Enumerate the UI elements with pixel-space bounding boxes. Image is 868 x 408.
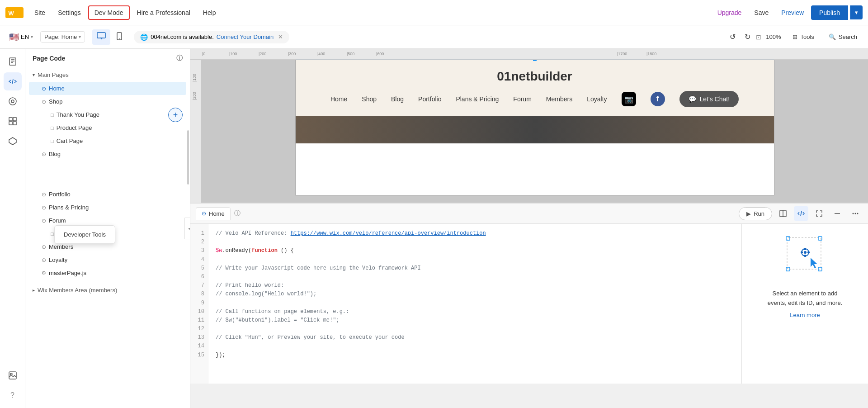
members-page-icon: ⊙ xyxy=(42,244,46,250)
portfolio-page-label: Portfolio xyxy=(49,191,71,198)
page-selector[interactable]: Page: Home ▾ xyxy=(40,31,85,43)
nav-forum: Forum xyxy=(513,95,531,103)
add-page-button[interactable]: + xyxy=(168,108,183,122)
redo-icon[interactable]: ↻ xyxy=(741,31,754,43)
publish-dropdown-button[interactable]: ▾ xyxy=(850,5,863,19)
media-sidebar-button[interactable] xyxy=(4,366,22,384)
developer-tools-popup: Developer Tools xyxy=(54,225,115,244)
main-pages-label: Main Pages xyxy=(38,71,69,78)
run-button[interactable]: ▶ Run xyxy=(739,207,772,220)
code-editor-panel: ⊙ Home ⓘ ▶ Run xyxy=(190,203,868,384)
sidebar-item-thank-you-page[interactable]: □ Thank You Page xyxy=(29,108,186,121)
flag-icon: 🇺🇸 xyxy=(9,32,19,42)
sidebar-item-blog[interactable]: ⊙ Blog xyxy=(29,147,186,161)
sidebar-info-icon[interactable]: ⓘ xyxy=(176,54,183,62)
page-chevron-icon: ▾ xyxy=(79,34,81,39)
code-editor-content[interactable]: // Velo API Reference: https://www.wix.c… xyxy=(208,224,741,384)
svg-rect-43 xyxy=(801,251,803,253)
svg-text:|400: |400 xyxy=(317,52,325,56)
main-canvas-scroll[interactable]: 01netbuilder Home Shop Blog Portfolio Pl… xyxy=(201,60,868,203)
tab-info-icon[interactable]: ⓘ xyxy=(234,209,241,218)
panel-code-view-icon[interactable] xyxy=(794,206,808,221)
wix-apps-sidebar-button[interactable] xyxy=(4,132,22,150)
sidebar-item-plans-pricing[interactable]: ⊙ Plans & Pricing xyxy=(29,201,186,214)
nav-members: Members xyxy=(546,95,572,103)
zoom-level[interactable]: 100% xyxy=(763,33,783,40)
wix-members-section[interactable]: ▸ Wix Members Area (members) xyxy=(25,283,190,297)
learn-more-link[interactable]: Learn more xyxy=(790,312,820,318)
sidebar-item-home[interactable]: ⊙ Home xyxy=(29,82,186,95)
sidebar-item-master-page[interactable]: ⚙ masterPage.js xyxy=(29,266,186,280)
svg-rect-16 xyxy=(9,122,12,125)
pages-sidebar-button[interactable] xyxy=(4,52,22,71)
domain-banner-close-icon[interactable]: ✕ xyxy=(278,33,283,40)
nav-home: Home xyxy=(330,95,347,103)
horizontal-ruler: |0 |100 |200 |300 |400 |500 |600 |1700 |… xyxy=(190,49,868,60)
product-page-label: Product Page xyxy=(57,124,92,131)
left-icon-bar: ? xyxy=(0,49,25,408)
plans-pricing-page-icon: ⊙ xyxy=(42,204,46,211)
mobile-device-button[interactable] xyxy=(112,29,127,45)
code-editor-area: 12345 678910 1112131415 // Velo API Refe… xyxy=(190,224,868,384)
language-selector[interactable]: 🇺🇸 EN ▾ xyxy=(5,30,37,44)
sidebar-item-portfolio[interactable]: ⊙ Portfolio xyxy=(29,188,186,201)
panel-minimize-icon[interactable] xyxy=(830,206,844,221)
tools-icon: ⊞ xyxy=(793,33,797,40)
sidebar-item-product-page[interactable]: □ Product Page xyxy=(29,121,186,134)
svg-rect-7 xyxy=(9,58,16,65)
preview-button[interactable]: Preview xyxy=(776,6,809,19)
svg-rect-41 xyxy=(804,248,806,250)
sidebar-collapse-button[interactable]: ◀ xyxy=(184,218,190,239)
hire-prof-nav-item[interactable]: Hire a Professional xyxy=(132,6,196,19)
svg-rect-47 xyxy=(818,237,822,240)
portfolio-page-icon: ⊙ xyxy=(42,191,46,198)
save-button[interactable]: Save xyxy=(749,6,774,19)
zoom-frame-icon: ⊡ xyxy=(756,33,761,41)
sidebar-item-loyalty[interactable]: ⊙ Loyalty xyxy=(29,253,186,266)
zoom-control[interactable]: ↺ ↻ ⊡ 100% xyxy=(726,31,783,43)
svg-rect-15 xyxy=(13,118,16,121)
panel-expand-icon[interactable] xyxy=(812,206,826,221)
components-sidebar-button[interactable] xyxy=(4,92,22,110)
publish-button[interactable]: Publish xyxy=(811,5,848,20)
main-layout: ? Page Code ⓘ ▾ Main Pages ⊙ Home ⊙ Shop xyxy=(0,49,868,408)
connect-domain-button[interactable]: Connect Your Domain xyxy=(217,33,274,40)
forum-page-label: Forum xyxy=(49,217,66,224)
desktop-device-button[interactable] xyxy=(92,29,110,45)
dev-mode-nav-item[interactable]: Dev Mode xyxy=(88,5,130,20)
site-nav-preview: Home Shop Blog Portfolio Plans & Pricing… xyxy=(314,91,756,107)
sidebar-item-shop[interactable]: ⊙ Shop xyxy=(29,95,186,108)
code-tab-home[interactable]: ⊙ Home xyxy=(196,207,231,220)
nav-portfolio: Portfolio xyxy=(418,95,441,103)
cart-page-label: Cart Page xyxy=(57,138,83,144)
canvas-frame: 01netbuilder Home Shop Blog Portfolio Pl… xyxy=(295,60,774,195)
code-sidebar-button[interactable] xyxy=(4,72,22,90)
undo-icon[interactable]: ↺ xyxy=(726,31,739,43)
main-pages-section[interactable]: ▾ Main Pages xyxy=(25,68,190,82)
loyalty-page-label: Loyalty xyxy=(49,256,67,263)
wix-logo[interactable]: W xyxy=(5,6,24,19)
cart-page-icon: □ xyxy=(51,138,54,144)
home-page-label: Home xyxy=(49,85,65,92)
chat-icon: 💬 xyxy=(689,95,696,103)
upgrade-button[interactable]: Upgrade xyxy=(712,6,747,19)
product-page-icon: □ xyxy=(51,125,54,131)
settings-nav-item[interactable]: Settings xyxy=(52,6,86,19)
search-icon: 🔍 xyxy=(829,33,836,40)
layout-sidebar-button[interactable] xyxy=(4,112,22,130)
help-nav-item[interactable]: Help xyxy=(198,6,222,19)
search-button[interactable]: 🔍 Search xyxy=(823,31,863,43)
instagram-icon: 📷 xyxy=(622,92,636,106)
site-nav-item[interactable]: Site xyxy=(29,6,51,19)
domain-text: 004net.com is available. xyxy=(151,33,213,40)
svg-rect-18 xyxy=(9,372,16,379)
svg-text:|0: |0 xyxy=(202,52,205,56)
inspector-illustration xyxy=(778,233,832,278)
tools-button[interactable]: ⊞ Tools xyxy=(787,31,819,43)
svg-marker-45 xyxy=(811,258,817,268)
panel-split-icon[interactable] xyxy=(776,206,790,221)
panel-more-icon[interactable] xyxy=(848,206,863,221)
sidebar-item-cart-page[interactable]: □ Cart Page xyxy=(29,134,186,147)
canvas-resize-handles-top xyxy=(533,60,537,61)
help-sidebar-button[interactable]: ? xyxy=(4,386,22,404)
